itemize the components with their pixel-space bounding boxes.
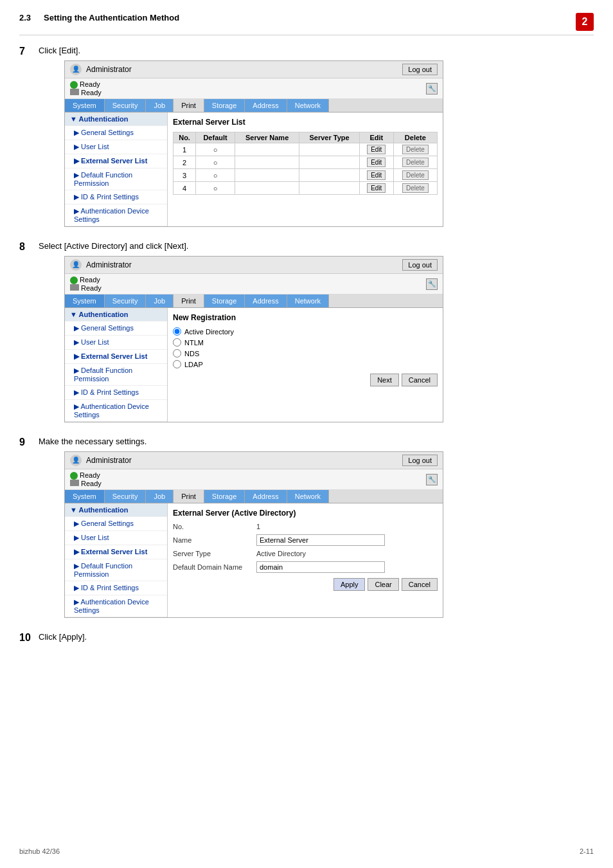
footer-right: 2-11 — [580, 847, 594, 855]
panel-3: 👤 Administrator Log out Ready Ready 🔧 Sy… — [64, 451, 443, 618]
sidebar-extserver-2[interactable]: ▶ External Server List — [65, 350, 167, 364]
radio-list: Active Directory NTLM NDS — [173, 327, 438, 368]
nav-storage-1[interactable]: Storage — [204, 99, 245, 112]
col-no: No. — [173, 132, 196, 143]
wrench-icon-3: 🔧 — [426, 474, 438, 485]
footer-left: bizhub 42/36 — [19, 847, 60, 855]
sidebar-1: ▼ Authentication ▶ General Settings ▶ Us… — [65, 113, 168, 226]
nav-storage-3[interactable]: Storage — [204, 490, 245, 503]
nav-security-3[interactable]: Security — [105, 490, 147, 503]
nav-network-3[interactable]: Network — [287, 490, 329, 503]
section-number: 2.3 — [19, 13, 31, 23]
nav-storage-2[interactable]: Storage — [204, 294, 245, 307]
logout-btn-2[interactable]: Log out — [402, 259, 438, 271]
step-8-number: 8 — [19, 241, 39, 422]
sidebar-auth-2[interactable]: ▼ Authentication — [65, 308, 167, 321]
navbar-1: System Security Job Print Storage Addres… — [65, 99, 443, 113]
sidebar-authdevice-2[interactable]: ▶ Authentication Device Settings — [65, 400, 167, 422]
body-2: ▼ Authentication ▶ General Settings ▶ Us… — [65, 308, 443, 422]
statusbar-2: Ready Ready 🔧 — [65, 274, 443, 294]
radio-ldap-input[interactable] — [173, 360, 181, 368]
apply-btn[interactable]: Apply — [333, 578, 366, 591]
step-9: 9 Make the necessary settings. 👤 Adminis… — [19, 437, 594, 618]
ext-server-table: No. Default Server Name Server Type Edit… — [173, 132, 438, 195]
sidebar-extserver-1[interactable]: ▶ External Server List — [65, 154, 167, 168]
printer-icon-3 — [70, 480, 79, 486]
delete-btn-1[interactable]: Delete — [402, 145, 429, 154]
sidebar-authdevice-1[interactable]: ▶ Authentication Device Settings — [65, 204, 167, 226]
sidebar-userlist-3[interactable]: ▶ User List — [65, 531, 167, 545]
nav-job-1[interactable]: Job — [146, 99, 173, 112]
radio-ntlm: NTLM — [173, 338, 438, 347]
radio-nds-input[interactable] — [173, 349, 181, 357]
nav-job-2[interactable]: Job — [146, 294, 173, 307]
sidebar-general-2[interactable]: ▶ General Settings — [65, 321, 167, 336]
nav-address-3[interactable]: Address — [245, 490, 287, 503]
cancel-btn-3[interactable]: Cancel — [402, 578, 438, 591]
name-input[interactable] — [256, 534, 385, 546]
sidebar-userlist-2[interactable]: ▶ User List — [65, 336, 167, 350]
table-row: 4 ○ Edit Delete — [173, 182, 438, 195]
nav-job-3[interactable]: Job — [146, 490, 173, 503]
domain-input[interactable] — [256, 561, 385, 573]
sidebar-general-1[interactable]: ▶ General Settings — [65, 126, 167, 140]
nav-network-1[interactable]: Network — [287, 99, 329, 112]
edit-btn-4[interactable]: Edit — [367, 183, 386, 193]
clear-btn[interactable]: Clear — [368, 578, 398, 591]
sidebar-auth-3[interactable]: ▼ Authentication — [65, 503, 167, 517]
admin-label-2: 👤 Administrator — [70, 259, 132, 271]
col-default: Default — [196, 132, 235, 143]
nav-print-1[interactable]: Print — [173, 99, 204, 112]
step-10-label: Click [Apply]. — [39, 632, 594, 642]
logout-btn-1[interactable]: Log out — [402, 64, 438, 75]
nav-security-1[interactable]: Security — [105, 99, 147, 112]
sidebar-userlist-1[interactable]: ▶ User List — [65, 140, 167, 154]
delete-btn-3[interactable]: Delete — [402, 170, 429, 180]
topbar-3: 👤 Administrator Log out — [65, 452, 443, 469]
radio-activedirectory: Active Directory — [173, 327, 438, 336]
sidebar-defaultfunc-3[interactable]: ▶ Default Function Permission — [65, 559, 167, 581]
sidebar-defaultfunc-1[interactable]: ▶ Default Function Permission — [65, 168, 167, 190]
sidebar-idprint-1[interactable]: ▶ ID & Print Settings — [65, 190, 167, 204]
step-9-content: Make the necessary settings. 👤 Administr… — [39, 437, 594, 618]
radio-activedirectory-input[interactable] — [173, 327, 181, 336]
admin-icon-2: 👤 — [70, 259, 82, 271]
delete-btn-4[interactable]: Delete — [402, 183, 429, 193]
edit-btn-3[interactable]: Edit — [367, 170, 386, 180]
radio-ntlm-input[interactable] — [173, 338, 181, 347]
step-8-content: Select [Active Directory] and click [Nex… — [39, 241, 594, 422]
topbar-2: 👤 Administrator Log out — [65, 257, 443, 274]
nav-network-2[interactable]: Network — [287, 294, 329, 307]
nav-system-1[interactable]: System — [65, 99, 105, 112]
ready-icon-1 — [70, 81, 78, 89]
nav-system-3[interactable]: System — [65, 490, 105, 503]
statusbar-3: Ready Ready 🔧 — [65, 469, 443, 490]
sidebar-idprint-2[interactable]: ▶ ID & Print Settings — [65, 386, 167, 400]
sidebar-auth-1[interactable]: ▼ Authentication — [65, 113, 167, 126]
step-7: 7 Click [Edit]. 👤 Administrator Log out … — [19, 46, 594, 227]
nav-print-3[interactable]: Print — [173, 490, 204, 503]
sidebar-idprint-3[interactable]: ▶ ID & Print Settings — [65, 581, 167, 595]
nav-address-1[interactable]: Address — [245, 99, 287, 112]
page-footer: bizhub 42/36 2-11 — [0, 847, 613, 855]
sidebar-extserver-3[interactable]: ▶ External Server List — [65, 545, 167, 559]
edit-btn-2[interactable]: Edit — [367, 158, 386, 167]
logout-btn-3[interactable]: Log out — [402, 455, 438, 466]
field-domainname: Default Domain Name — [173, 561, 438, 573]
nav-system-2[interactable]: System — [65, 294, 105, 307]
sidebar-defaultfunc-2[interactable]: ▶ Default Function Permission — [65, 364, 167, 386]
wrench-icon-1: 🔧 — [426, 83, 438, 95]
step-9-label: Make the necessary settings. — [39, 437, 594, 446]
nav-print-2[interactable]: Print — [173, 294, 204, 307]
sidebar-general-3[interactable]: ▶ General Settings — [65, 517, 167, 531]
next-btn[interactable]: Next — [370, 374, 399, 386]
sidebar-authdevice-3[interactable]: ▶ Authentication Device Settings — [65, 595, 167, 617]
delete-btn-2[interactable]: Delete — [402, 158, 429, 167]
nav-address-2[interactable]: Address — [245, 294, 287, 307]
body-1: ▼ Authentication ▶ General Settings ▶ Us… — [65, 113, 443, 226]
edit-btn-1[interactable]: Edit — [367, 145, 386, 154]
nav-security-2[interactable]: Security — [105, 294, 147, 307]
cancel-btn-2[interactable]: Cancel — [402, 374, 438, 386]
step-8: 8 Select [Active Directory] and click [N… — [19, 241, 594, 422]
main-2: New Registration Active Directory NTLM — [168, 308, 443, 422]
